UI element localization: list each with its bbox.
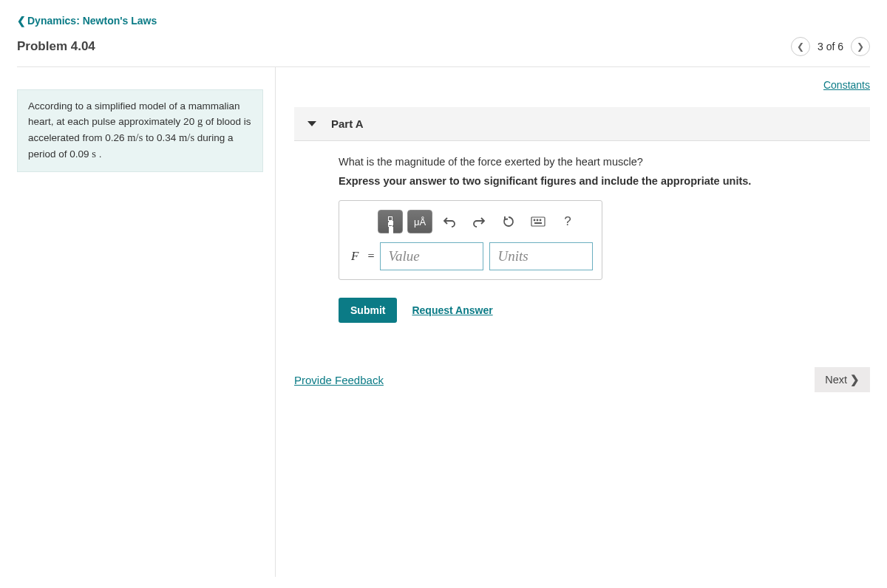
prev-problem-button[interactable]: ❮ xyxy=(791,37,810,56)
right-panel: Constants Part A What is the magnitude o… xyxy=(276,67,870,577)
template-button[interactable] xyxy=(378,210,403,233)
left-panel: According to a simplified model of a mam… xyxy=(17,67,276,577)
back-link[interactable]: ❮ Dynamics: Newton's Laws xyxy=(17,15,157,27)
redo-button[interactable] xyxy=(466,210,492,233)
instruction-text: Express your answer to two significant f… xyxy=(339,175,848,187)
equals-label: = xyxy=(367,250,374,263)
svg-rect-0 xyxy=(531,217,545,226)
svg-rect-4 xyxy=(534,222,542,224)
help-icon: ? xyxy=(564,214,571,229)
next-label: Next xyxy=(825,374,847,386)
problem-nav: ❮ 3 of 6 ❯ xyxy=(791,37,870,56)
answer-box: μÅ xyxy=(339,200,602,280)
chevron-right-icon: ❯ xyxy=(857,41,864,52)
request-answer-link[interactable]: Request Answer xyxy=(412,304,492,316)
template-icon xyxy=(388,216,392,227)
undo-button[interactable] xyxy=(437,210,462,233)
next-problem-button[interactable]: ❯ xyxy=(851,37,870,56)
svg-point-2 xyxy=(537,219,538,221)
chevron-right-icon: ❯ xyxy=(850,374,860,386)
position-indicator: 3 of 6 xyxy=(818,41,843,52)
equation-toolbar: μÅ xyxy=(348,210,593,233)
redo-icon xyxy=(472,216,486,228)
svg-point-1 xyxy=(534,219,535,221)
value-input[interactable]: Value xyxy=(380,242,483,270)
reset-icon xyxy=(502,215,515,228)
part-header: Part A xyxy=(294,107,870,141)
title-bar: Problem 4.04 ❮ 3 of 6 ❯ xyxy=(17,37,870,67)
part-label: Part A xyxy=(331,117,364,130)
question-text: What is the magnitude of the force exert… xyxy=(339,156,848,168)
help-button[interactable]: ? xyxy=(555,210,580,233)
units-input[interactable]: Units xyxy=(489,242,593,270)
provide-feedback-link[interactable]: Provide Feedback xyxy=(294,374,384,386)
svg-point-3 xyxy=(540,219,541,221)
submit-button[interactable]: Submit xyxy=(339,298,397,323)
keyboard-icon xyxy=(531,216,546,227)
special-chars-button[interactable]: μÅ xyxy=(407,210,432,233)
chevron-left-icon: ❮ xyxy=(797,41,804,52)
problem-title: Problem 4.04 xyxy=(17,39,95,54)
reset-button[interactable] xyxy=(496,210,521,233)
mu-angstrom-icon: μÅ xyxy=(414,216,426,228)
constants-link[interactable]: Constants xyxy=(823,79,870,91)
back-label: Dynamics: Newton's Laws xyxy=(27,15,157,27)
chevron-left-icon: ❮ xyxy=(17,15,26,27)
next-button[interactable]: Next ❯ xyxy=(815,367,870,392)
variable-label: F xyxy=(348,249,361,264)
collapse-toggle-icon[interactable] xyxy=(307,121,316,126)
problem-statement: According to a simplified model of a mam… xyxy=(17,89,263,172)
undo-icon xyxy=(443,216,456,228)
keyboard-button[interactable] xyxy=(526,210,551,233)
